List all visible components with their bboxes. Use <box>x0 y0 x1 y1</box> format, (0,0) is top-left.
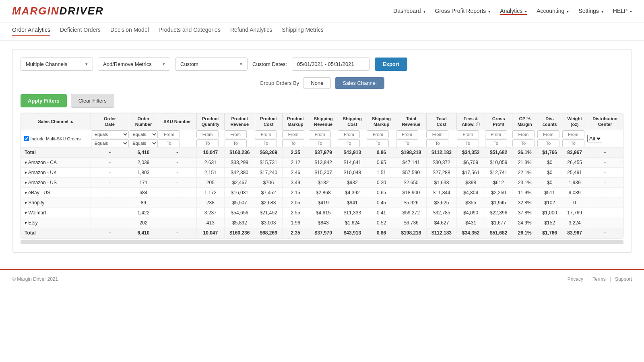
cell-discounts: $511 <box>537 187 562 197</box>
custom-dates-label: Custom Dates: <box>252 61 287 67</box>
group-sales-channel-button[interactable]: Sales Channel <box>335 77 384 89</box>
col-shipping-revenue[interactable]: ShippingRevenue <box>309 113 338 130</box>
fees-allow-to-input[interactable] <box>457 139 479 147</box>
col-weight[interactable]: Weight(oz) <box>562 113 587 130</box>
group-none-button[interactable]: None <box>303 77 331 89</box>
channel-select-label: Multiple Channels <box>26 61 67 67</box>
horizontal-scrollbar[interactable] <box>21 240 623 244</box>
subnav-deficient-orders[interactable]: Deficient Orders <box>60 27 101 36</box>
product-qty-from-input[interactable] <box>196 130 219 138</box>
action-row: Apply Filters Clear Filters <box>21 94 623 108</box>
subnav-order-analytics[interactable]: Order Analytics <box>12 27 50 36</box>
col-product-markup[interactable]: ProductMarkup <box>282 113 309 130</box>
cell-gross-profit: $2,250 <box>485 187 512 197</box>
footer-support[interactable]: Support <box>615 276 632 282</box>
product-cost-from-input[interactable] <box>255 130 277 138</box>
channel-select[interactable]: Multiple Channels ▾ <box>21 58 93 71</box>
col-sku-number[interactable]: SKU Number <box>158 113 196 130</box>
gp-margin-to-input[interactable] <box>512 139 535 147</box>
gp-margin-from-input[interactable] <box>512 130 535 138</box>
col-total-revenue[interactable]: TotalRevenue <box>396 113 427 130</box>
clear-filters-button[interactable]: Clear Filters <box>71 94 114 108</box>
col-discounts[interactable]: Dis-counts <box>537 113 562 130</box>
col-order-number[interactable]: OrderNumber <box>129 113 158 130</box>
cell-gp-margin: 24.9% <box>512 218 537 228</box>
shipping-revenue-from-input[interactable] <box>309 130 331 138</box>
total-revenue-to-input[interactable] <box>396 139 418 147</box>
nav-gross-profit-reports[interactable]: Gross Profit Reports ▾ <box>435 8 491 15</box>
product-markup-from-input[interactable] <box>282 130 304 138</box>
subnav-decision-model[interactable]: Decision Model <box>110 27 149 36</box>
footer-privacy[interactable]: Privacy <box>568 276 583 282</box>
shipping-cost-from-input[interactable] <box>338 130 360 138</box>
cell-shipping-markup: 0.65 <box>367 187 396 197</box>
discounts-from-input[interactable] <box>537 130 559 138</box>
product-revenue-to-input[interactable] <box>225 139 247 147</box>
cell-total-cost: $11,844 <box>426 187 457 197</box>
col-shipping-markup[interactable]: ShippingMarkup <box>367 113 396 130</box>
col-dist-center[interactable]: DistributionCenter <box>587 113 623 130</box>
gross-profit-to-input[interactable] <box>485 139 507 147</box>
nav-accounting[interactable]: Accounting ▾ <box>537 8 569 15</box>
sku-to-input[interactable] <box>158 139 180 147</box>
col-gross-profit[interactable]: GrossProfit <box>485 113 512 130</box>
total-revenue-from-input[interactable] <box>396 130 418 138</box>
nav-analytics[interactable]: Analytics ▾ <box>500 8 527 15</box>
order-number-equals-select[interactable]: Equals <box>129 130 158 138</box>
dist-center-filter-select[interactable]: All <box>587 135 602 142</box>
order-date-equals-select2[interactable]: Equals <box>91 139 129 147</box>
fees-allow-from-input[interactable] <box>457 130 479 138</box>
col-total-cost[interactable]: TotalCost <box>426 113 457 130</box>
col-fees-allow[interactable]: Fees &Allow. ⓘ <box>457 113 485 130</box>
col-product-cost[interactable]: ProductCost <box>255 113 282 130</box>
col-product-qty[interactable]: ProductQuantity <box>196 113 224 130</box>
nav-dashboard[interactable]: Dashboard ▾ <box>393 8 425 15</box>
product-markup-to-input[interactable] <box>282 139 304 147</box>
product-cost-filter <box>255 130 282 147</box>
cell-total-revenue: $47,141 <box>396 157 427 167</box>
custom-dates-input[interactable] <box>292 58 370 71</box>
cell-channel: ▾ Amazon - US <box>21 177 91 187</box>
total-cost-to-input[interactable] <box>426 139 448 147</box>
col-order-date[interactable]: OrderDate <box>91 113 129 130</box>
cell-channel: Total <box>21 228 91 238</box>
nav-settings[interactable]: Settings ▾ <box>578 8 603 15</box>
order-date-equals-select[interactable]: EqualsNot Equals <box>91 130 129 138</box>
col-sales-channel[interactable]: Sales Channel ▲ <box>21 113 91 130</box>
sku-from-input[interactable] <box>158 130 180 138</box>
discounts-to-input[interactable] <box>537 139 559 147</box>
footer-terms[interactable]: Terms <box>592 276 606 282</box>
weight-from-input[interactable] <box>562 130 584 138</box>
sku-filter <box>158 130 196 147</box>
include-multi-sku-label[interactable]: Include Multi-SKU Orders <box>24 136 89 141</box>
cell-channel: ▾ eBay - US <box>21 187 91 197</box>
shipping-markup-from-input[interactable] <box>367 130 389 138</box>
weight-to-input[interactable] <box>562 139 584 147</box>
col-shipping-cost[interactable]: ShippingCost <box>338 113 367 130</box>
cell-sku-number: - <box>158 157 196 167</box>
subnav-products-categories[interactable]: Products and Categories <box>159 27 221 36</box>
subnav-refund-analytics[interactable]: Refund Analytics <box>230 27 272 36</box>
apply-filters-button[interactable]: Apply Filters <box>21 94 67 107</box>
footer-links: Privacy | Terms | Support <box>568 276 632 282</box>
subnav-shipping-metrics[interactable]: Shipping Metrics <box>282 27 324 36</box>
nav-help[interactable]: HELP ▾ <box>613 8 632 15</box>
col-product-revenue[interactable]: ProductRevenue <box>225 113 255 130</box>
col-gp-margin[interactable]: GP %Margin <box>512 113 537 130</box>
fees-info-icon[interactable]: ⓘ <box>476 122 480 127</box>
product-qty-to-input[interactable] <box>196 139 219 147</box>
shipping-revenue-to-input[interactable] <box>309 139 331 147</box>
cell-weight-oz: 17,769 <box>562 208 587 218</box>
metrics-select[interactable]: Add/Remove Metrics ▾ <box>98 58 170 71</box>
export-button[interactable]: Export <box>375 58 407 71</box>
order-number-equals-select2[interactable]: Equals <box>129 139 158 147</box>
product-cost-to-input[interactable] <box>255 139 277 147</box>
shipping-cost-to-input[interactable] <box>338 139 360 147</box>
total-cost-from-input[interactable] <box>426 130 448 138</box>
product-revenue-from-input[interactable] <box>225 130 247 138</box>
date-range-select[interactable]: Custom ▾ <box>175 58 248 71</box>
gross-profit-from-input[interactable] <box>485 130 507 138</box>
cell-shipping-markup: 0.86 <box>367 147 396 157</box>
shipping-markup-to-input[interactable] <box>367 139 389 147</box>
include-multi-sku-checkbox[interactable] <box>24 136 29 141</box>
